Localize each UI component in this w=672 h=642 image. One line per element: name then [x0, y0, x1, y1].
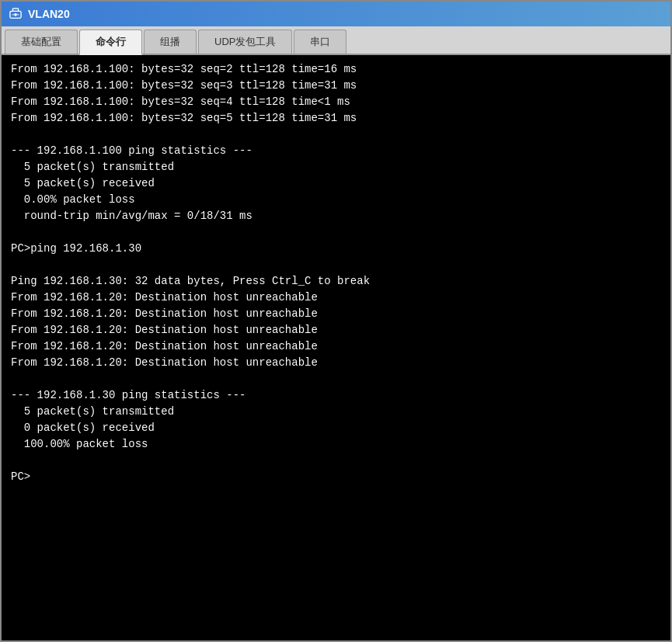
- title-bar: VLAN20: [2, 2, 670, 26]
- tab-basic-config[interactable]: 基础配置: [5, 29, 78, 54]
- terminal-line: PC>ping 192.168.1.30: [11, 241, 661, 257]
- terminal-line: [11, 453, 661, 469]
- main-window: VLAN20 基础配置 命令行 组播 UDP发包工具 串口 From 192.1…: [0, 0, 672, 642]
- tab-serial[interactable]: 串口: [294, 29, 346, 54]
- terminal-line: From 192.168.1.20: Destination host unre…: [11, 322, 661, 338]
- terminal-line: From 192.168.1.100: bytes=32 seq=4 ttl=1…: [11, 94, 661, 110]
- terminal-line: --- 192.168.1.30 ping statistics ---: [11, 387, 661, 404]
- terminal-line: 5 packet(s) received: [11, 175, 661, 192]
- window-title: VLAN20: [28, 8, 70, 20]
- terminal-line: From 192.168.1.100: bytes=32 seq=5 ttl=1…: [11, 110, 661, 127]
- terminal-line: [11, 257, 661, 273]
- terminal-line: [11, 371, 661, 387]
- terminal-line: [11, 127, 661, 143]
- terminal-line: PC>: [11, 469, 661, 485]
- terminal-line: From 192.168.1.20: Destination host unre…: [11, 355, 661, 371]
- terminal-line: Ping 192.168.1.30: 32 data bytes, Press …: [11, 273, 661, 290]
- tab-command-line[interactable]: 命令行: [79, 29, 142, 55]
- terminal-line: From 192.168.1.100: bytes=32 seq=2 ttl=1…: [11, 61, 661, 78]
- terminal-line: 0 packet(s) received: [11, 420, 661, 436]
- terminal-line: 5 packet(s) transmitted: [11, 404, 661, 420]
- terminal-line: 100.00% packet loss: [11, 436, 661, 453]
- tab-udp-tool[interactable]: UDP发包工具: [198, 29, 292, 54]
- tab-bar: 基础配置 命令行 组播 UDP发包工具 串口: [2, 26, 670, 55]
- terminal-line: round-trip min/avg/max = 0/18/31 ms: [11, 208, 661, 224]
- tab-multicast[interactable]: 组播: [144, 29, 197, 54]
- terminal-line: [11, 224, 661, 241]
- terminal-line: From 192.168.1.100: bytes=32 seq=3 ttl=1…: [11, 78, 661, 94]
- terminal-line: From 192.168.1.20: Destination host unre…: [11, 290, 661, 306]
- terminal-line: 5 packet(s) transmitted: [11, 159, 661, 175]
- terminal-line: 0.00% packet loss: [11, 192, 661, 208]
- svg-point-4: [14, 13, 17, 16]
- terminal-line: --- 192.168.1.100 ping statistics ---: [11, 143, 661, 159]
- terminal-line: From 192.168.1.20: Destination host unre…: [11, 306, 661, 322]
- terminal-output[interactable]: From 192.168.1.100: bytes=32 seq=2 ttl=1…: [2, 55, 670, 640]
- terminal-line: From 192.168.1.20: Destination host unre…: [11, 338, 661, 355]
- window-icon: [9, 8, 22, 20]
